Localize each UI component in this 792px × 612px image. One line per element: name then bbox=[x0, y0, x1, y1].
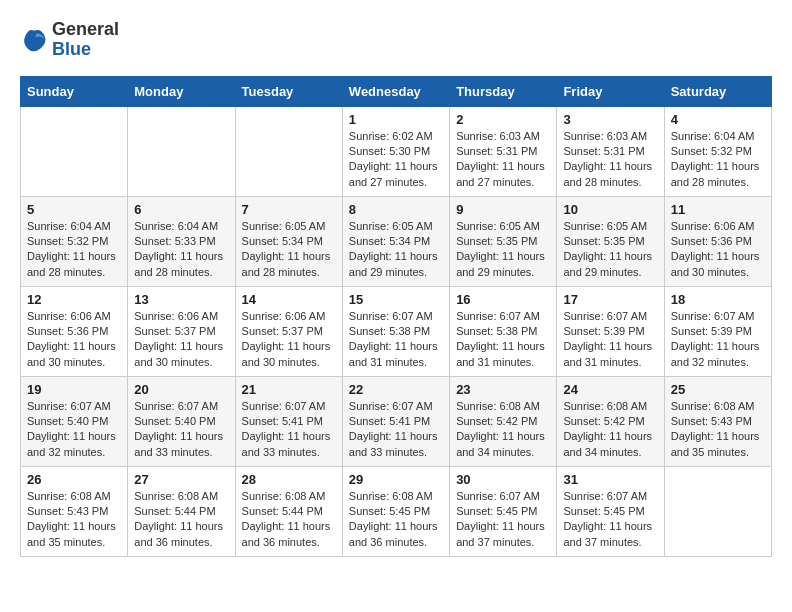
day-number: 15 bbox=[349, 292, 443, 307]
logo-icon bbox=[20, 26, 48, 54]
cell-details: Sunrise: 6:08 AMSunset: 5:44 PMDaylight:… bbox=[242, 489, 336, 551]
logo-blue: Blue bbox=[52, 40, 119, 60]
logo-general: General bbox=[52, 20, 119, 40]
week-row-2: 5Sunrise: 6:04 AMSunset: 5:32 PMDaylight… bbox=[21, 196, 772, 286]
calendar-cell: 18Sunrise: 6:07 AMSunset: 5:39 PMDayligh… bbox=[664, 286, 771, 376]
calendar-cell: 26Sunrise: 6:08 AMSunset: 5:43 PMDayligh… bbox=[21, 466, 128, 556]
cell-details: Sunrise: 6:05 AMSunset: 5:34 PMDaylight:… bbox=[242, 219, 336, 281]
day-number: 29 bbox=[349, 472, 443, 487]
day-number: 3 bbox=[563, 112, 657, 127]
calendar-cell: 22Sunrise: 6:07 AMSunset: 5:41 PMDayligh… bbox=[342, 376, 449, 466]
calendar-cell: 1Sunrise: 6:02 AMSunset: 5:30 PMDaylight… bbox=[342, 106, 449, 196]
calendar-cell: 21Sunrise: 6:07 AMSunset: 5:41 PMDayligh… bbox=[235, 376, 342, 466]
cell-details: Sunrise: 6:04 AMSunset: 5:32 PMDaylight:… bbox=[27, 219, 121, 281]
day-number: 7 bbox=[242, 202, 336, 217]
calendar-cell bbox=[21, 106, 128, 196]
calendar-body: 1Sunrise: 6:02 AMSunset: 5:30 PMDaylight… bbox=[21, 106, 772, 556]
cell-details: Sunrise: 6:06 AMSunset: 5:36 PMDaylight:… bbox=[671, 219, 765, 281]
cell-details: Sunrise: 6:07 AMSunset: 5:45 PMDaylight:… bbox=[563, 489, 657, 551]
calendar-header: SundayMondayTuesdayWednesdayThursdayFrid… bbox=[21, 76, 772, 106]
cell-details: Sunrise: 6:08 AMSunset: 5:42 PMDaylight:… bbox=[456, 399, 550, 461]
cell-details: Sunrise: 6:04 AMSunset: 5:32 PMDaylight:… bbox=[671, 129, 765, 191]
cell-details: Sunrise: 6:08 AMSunset: 5:43 PMDaylight:… bbox=[27, 489, 121, 551]
day-number: 8 bbox=[349, 202, 443, 217]
day-number: 14 bbox=[242, 292, 336, 307]
calendar-cell: 13Sunrise: 6:06 AMSunset: 5:37 PMDayligh… bbox=[128, 286, 235, 376]
logo-text: GeneralBlue bbox=[52, 20, 119, 60]
cell-details: Sunrise: 6:03 AMSunset: 5:31 PMDaylight:… bbox=[563, 129, 657, 191]
week-row-4: 19Sunrise: 6:07 AMSunset: 5:40 PMDayligh… bbox=[21, 376, 772, 466]
day-number: 28 bbox=[242, 472, 336, 487]
day-number: 17 bbox=[563, 292, 657, 307]
weekday-row: SundayMondayTuesdayWednesdayThursdayFrid… bbox=[21, 76, 772, 106]
cell-details: Sunrise: 6:08 AMSunset: 5:45 PMDaylight:… bbox=[349, 489, 443, 551]
calendar-cell: 11Sunrise: 6:06 AMSunset: 5:36 PMDayligh… bbox=[664, 196, 771, 286]
day-number: 21 bbox=[242, 382, 336, 397]
weekday-monday: Monday bbox=[128, 76, 235, 106]
day-number: 26 bbox=[27, 472, 121, 487]
day-number: 4 bbox=[671, 112, 765, 127]
cell-details: Sunrise: 6:06 AMSunset: 5:36 PMDaylight:… bbox=[27, 309, 121, 371]
cell-details: Sunrise: 6:08 AMSunset: 5:42 PMDaylight:… bbox=[563, 399, 657, 461]
day-number: 13 bbox=[134, 292, 228, 307]
cell-details: Sunrise: 6:07 AMSunset: 5:38 PMDaylight:… bbox=[349, 309, 443, 371]
weekday-tuesday: Tuesday bbox=[235, 76, 342, 106]
day-number: 16 bbox=[456, 292, 550, 307]
weekday-wednesday: Wednesday bbox=[342, 76, 449, 106]
cell-details: Sunrise: 6:07 AMSunset: 5:41 PMDaylight:… bbox=[242, 399, 336, 461]
calendar-cell: 29Sunrise: 6:08 AMSunset: 5:45 PMDayligh… bbox=[342, 466, 449, 556]
calendar-cell: 16Sunrise: 6:07 AMSunset: 5:38 PMDayligh… bbox=[450, 286, 557, 376]
calendar-cell: 30Sunrise: 6:07 AMSunset: 5:45 PMDayligh… bbox=[450, 466, 557, 556]
calendar-cell: 6Sunrise: 6:04 AMSunset: 5:33 PMDaylight… bbox=[128, 196, 235, 286]
cell-details: Sunrise: 6:04 AMSunset: 5:33 PMDaylight:… bbox=[134, 219, 228, 281]
cell-details: Sunrise: 6:03 AMSunset: 5:31 PMDaylight:… bbox=[456, 129, 550, 191]
cell-details: Sunrise: 6:07 AMSunset: 5:41 PMDaylight:… bbox=[349, 399, 443, 461]
calendar-cell: 9Sunrise: 6:05 AMSunset: 5:35 PMDaylight… bbox=[450, 196, 557, 286]
cell-details: Sunrise: 6:07 AMSunset: 5:40 PMDaylight:… bbox=[134, 399, 228, 461]
calendar-cell: 23Sunrise: 6:08 AMSunset: 5:42 PMDayligh… bbox=[450, 376, 557, 466]
weekday-friday: Friday bbox=[557, 76, 664, 106]
calendar-cell: 4Sunrise: 6:04 AMSunset: 5:32 PMDaylight… bbox=[664, 106, 771, 196]
cell-details: Sunrise: 6:07 AMSunset: 5:38 PMDaylight:… bbox=[456, 309, 550, 371]
cell-details: Sunrise: 6:05 AMSunset: 5:35 PMDaylight:… bbox=[456, 219, 550, 281]
cell-details: Sunrise: 6:07 AMSunset: 5:40 PMDaylight:… bbox=[27, 399, 121, 461]
cell-details: Sunrise: 6:07 AMSunset: 5:39 PMDaylight:… bbox=[563, 309, 657, 371]
calendar-cell: 27Sunrise: 6:08 AMSunset: 5:44 PMDayligh… bbox=[128, 466, 235, 556]
day-number: 24 bbox=[563, 382, 657, 397]
day-number: 9 bbox=[456, 202, 550, 217]
weekday-sunday: Sunday bbox=[21, 76, 128, 106]
page-header: GeneralBlue bbox=[20, 20, 772, 60]
calendar-cell bbox=[664, 466, 771, 556]
calendar-cell: 20Sunrise: 6:07 AMSunset: 5:40 PMDayligh… bbox=[128, 376, 235, 466]
cell-details: Sunrise: 6:07 AMSunset: 5:45 PMDaylight:… bbox=[456, 489, 550, 551]
calendar-cell: 28Sunrise: 6:08 AMSunset: 5:44 PMDayligh… bbox=[235, 466, 342, 556]
calendar-cell: 17Sunrise: 6:07 AMSunset: 5:39 PMDayligh… bbox=[557, 286, 664, 376]
logo: GeneralBlue bbox=[20, 20, 119, 60]
calendar-cell: 24Sunrise: 6:08 AMSunset: 5:42 PMDayligh… bbox=[557, 376, 664, 466]
week-row-5: 26Sunrise: 6:08 AMSunset: 5:43 PMDayligh… bbox=[21, 466, 772, 556]
cell-details: Sunrise: 6:06 AMSunset: 5:37 PMDaylight:… bbox=[242, 309, 336, 371]
calendar-cell bbox=[128, 106, 235, 196]
calendar-cell: 5Sunrise: 6:04 AMSunset: 5:32 PMDaylight… bbox=[21, 196, 128, 286]
calendar-cell: 2Sunrise: 6:03 AMSunset: 5:31 PMDaylight… bbox=[450, 106, 557, 196]
day-number: 31 bbox=[563, 472, 657, 487]
calendar-cell: 3Sunrise: 6:03 AMSunset: 5:31 PMDaylight… bbox=[557, 106, 664, 196]
calendar-cell: 31Sunrise: 6:07 AMSunset: 5:45 PMDayligh… bbox=[557, 466, 664, 556]
day-number: 10 bbox=[563, 202, 657, 217]
cell-details: Sunrise: 6:05 AMSunset: 5:35 PMDaylight:… bbox=[563, 219, 657, 281]
calendar-cell: 12Sunrise: 6:06 AMSunset: 5:36 PMDayligh… bbox=[21, 286, 128, 376]
cell-details: Sunrise: 6:02 AMSunset: 5:30 PMDaylight:… bbox=[349, 129, 443, 191]
day-number: 18 bbox=[671, 292, 765, 307]
day-number: 22 bbox=[349, 382, 443, 397]
day-number: 6 bbox=[134, 202, 228, 217]
calendar-cell: 8Sunrise: 6:05 AMSunset: 5:34 PMDaylight… bbox=[342, 196, 449, 286]
calendar-cell: 14Sunrise: 6:06 AMSunset: 5:37 PMDayligh… bbox=[235, 286, 342, 376]
calendar-cell bbox=[235, 106, 342, 196]
day-number: 12 bbox=[27, 292, 121, 307]
calendar-cell: 10Sunrise: 6:05 AMSunset: 5:35 PMDayligh… bbox=[557, 196, 664, 286]
calendar-cell: 15Sunrise: 6:07 AMSunset: 5:38 PMDayligh… bbox=[342, 286, 449, 376]
day-number: 11 bbox=[671, 202, 765, 217]
day-number: 27 bbox=[134, 472, 228, 487]
day-number: 23 bbox=[456, 382, 550, 397]
week-row-1: 1Sunrise: 6:02 AMSunset: 5:30 PMDaylight… bbox=[21, 106, 772, 196]
